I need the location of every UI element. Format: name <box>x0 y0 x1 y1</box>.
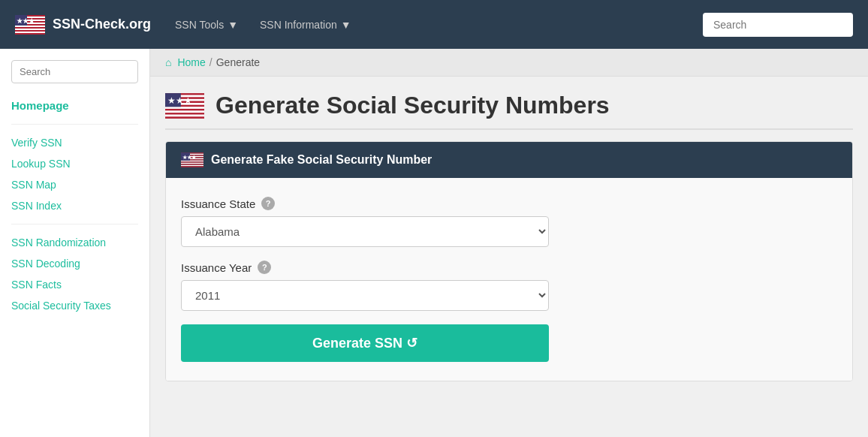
navbar: ★★★ SSN-Check.org SSN Tools ▼ SSN Inform… <box>0 0 868 49</box>
svg-rect-38 <box>181 161 203 163</box>
brand-logo[interactable]: ★★★ SSN-Check.org <box>15 15 151 35</box>
svg-rect-39 <box>181 163 203 164</box>
svg-rect-23 <box>165 108 204 110</box>
svg-rect-9 <box>15 29 45 30</box>
sidebar-nav: Homepage Verify SSN Lookup SSN SSN Map S… <box>11 95 138 316</box>
svg-rect-7 <box>15 26 45 27</box>
flag-icon: ★★★ <box>15 15 45 35</box>
issuance-year-label: Issuance Year ? <box>181 261 837 274</box>
svg-text:★★★: ★★★ <box>182 155 197 160</box>
svg-rect-25 <box>165 113 204 115</box>
generate-ssn-button[interactable]: Generate SSN ↺ <box>181 324 549 362</box>
issuance-year-select[interactable]: 2011 2010 2009 2008 2007 2006 2005 2004 … <box>181 280 549 311</box>
nav-search-container <box>703 13 853 37</box>
nav-search-input[interactable] <box>703 13 853 37</box>
form-card-body: Issuance State ? Alabama Alaska Arizona … <box>166 178 852 381</box>
sidebar-divider-2 <box>11 224 138 225</box>
page-flag-icon: ★★★ <box>165 93 204 119</box>
dropdown-arrow-icon: ▼ <box>228 19 238 31</box>
sidebar: Homepage Verify SSN Lookup SSN SSN Map S… <box>0 49 150 437</box>
svg-rect-8 <box>15 27 45 29</box>
svg-rect-11 <box>15 32 45 33</box>
svg-rect-22 <box>165 107 204 109</box>
svg-rect-37 <box>181 161 203 162</box>
sidebar-item-social-security-taxes[interactable]: Social Security Taxes <box>11 295 138 316</box>
svg-rect-41 <box>181 165 203 167</box>
issuance-year-group: Issuance Year ? 2011 2010 2009 2008 2007… <box>181 261 837 311</box>
issuance-state-select[interactable]: Alabama Alaska Arizona Arkansas Californ… <box>181 216 549 247</box>
svg-text:★★★: ★★★ <box>167 95 192 105</box>
issuance-state-help-icon[interactable]: ? <box>261 197 275 210</box>
svg-rect-10 <box>15 30 45 32</box>
svg-rect-26 <box>165 114 204 116</box>
breadcrumb-home-link[interactable]: Home <box>177 56 205 68</box>
svg-rect-12 <box>15 33 45 35</box>
home-icon: ⌂ <box>165 56 171 68</box>
dropdown-arrow-icon2: ▼ <box>341 19 351 31</box>
content-area: ★★★ Generate Social Security Numbers <box>150 77 868 396</box>
issuance-state-group: Issuance State ? Alabama Alaska Arizona … <box>181 197 837 247</box>
ssn-tools-menu[interactable]: SSN Tools ▼ <box>166 13 247 37</box>
svg-rect-24 <box>165 110 204 113</box>
page-title-row: ★★★ Generate Social Security Numbers <box>165 92 853 130</box>
issuance-year-help-icon[interactable]: ? <box>258 261 271 274</box>
svg-text:★★★: ★★★ <box>17 17 35 25</box>
page-title: Generate Social Security Numbers <box>215 92 610 119</box>
sidebar-item-verify-ssn[interactable]: Verify SSN <box>11 132 138 153</box>
sidebar-item-ssn-decoding[interactable]: SSN Decoding <box>11 253 138 274</box>
brand-name: SSN-Check.org <box>53 17 151 32</box>
page-body: Homepage Verify SSN Lookup SSN SSN Map S… <box>0 49 868 437</box>
sidebar-search-container <box>11 60 138 83</box>
sidebar-item-ssn-index[interactable]: SSN Index <box>11 195 138 216</box>
issuance-state-label: Issuance State ? <box>181 197 837 210</box>
sidebar-item-ssn-facts[interactable]: SSN Facts <box>11 274 138 295</box>
breadcrumb-current: Generate <box>216 56 260 68</box>
sidebar-item-lookup-ssn[interactable]: Lookup SSN <box>11 153 138 174</box>
sidebar-item-ssn-map[interactable]: SSN Map <box>11 174 138 195</box>
svg-rect-40 <box>181 164 203 165</box>
card-flag-icon: ★★★ <box>181 152 203 167</box>
breadcrumb-separator: / <box>209 56 212 68</box>
card-header-title: Generate Fake Social Security Number <box>211 153 432 167</box>
breadcrumb: ⌂ Home / Generate <box>150 49 868 77</box>
sidebar-divider-1 <box>11 124 138 125</box>
sidebar-search-input[interactable] <box>11 60 138 83</box>
form-card-header: ★★★ Generate Fake Social Security Number <box>166 142 852 178</box>
sidebar-item-homepage[interactable]: Homepage <box>11 95 138 116</box>
svg-rect-42 <box>181 166 203 167</box>
sidebar-item-ssn-randomization[interactable]: SSN Randomization <box>11 232 138 253</box>
nav-links: SSN Tools ▼ SSN Information ▼ <box>166 13 688 37</box>
main-content: ⌂ Home / Generate <box>150 49 868 437</box>
ssn-information-menu[interactable]: SSN Information ▼ <box>251 13 360 37</box>
svg-rect-27 <box>165 116 204 119</box>
form-card: ★★★ Generate Fake Social Security Number… <box>165 141 853 381</box>
